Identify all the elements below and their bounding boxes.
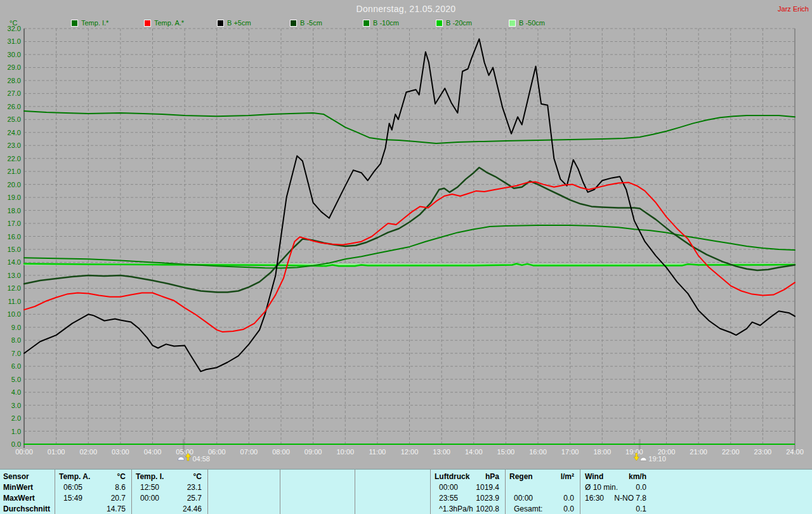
y-tick-label: 12.0 <box>8 284 21 292</box>
x-tick-label: 10:00 <box>336 448 354 456</box>
x-tick-label: 22:00 <box>722 448 740 456</box>
y-tick-label: 24.0 <box>8 129 21 136</box>
sensor-unit: hPa <box>485 472 499 481</box>
y-tick-label: 29.0 <box>8 63 21 71</box>
x-tick-label: 06:00 <box>208 448 226 456</box>
table-column-header <box>280 471 355 482</box>
y-tick-label: 8.0 <box>11 336 21 344</box>
sunrise-time-label: 04:58 <box>192 455 210 463</box>
table-cell: 23:551023.9 <box>431 492 505 503</box>
table-cell <box>280 503 355 514</box>
cell-value: N-NO 7.8 <box>614 494 646 503</box>
stats-column-temp-i: Temp. I.°C12:5023.100:0025.724.46 <box>131 470 207 514</box>
table-row-label: Durchschnitt <box>0 503 55 514</box>
stats-column-regen: Regenl/m²00:000.0Gesamt:0.0 <box>505 470 580 514</box>
x-tick-label: 15:00 <box>497 448 515 456</box>
table-cell: 16:30N-NO 7.8 <box>580 492 646 503</box>
table-cell <box>355 503 430 514</box>
table-cell: 06:058.6 <box>55 482 131 492</box>
y-tick-label: 5.0 <box>11 376 21 383</box>
table-cell: Gesamt:0.0 <box>506 503 580 514</box>
stats-column-empty-3 <box>280 470 355 514</box>
sensor-unit: km/h <box>629 472 646 481</box>
cell-time: 00:00 <box>140 494 159 503</box>
stats-column-temp-a: Temp. A.°C06:058.615:4920.714.75 <box>55 470 131 514</box>
cell-value: 1019.4 <box>476 483 499 492</box>
cell-time: Gesamt: <box>514 504 542 513</box>
x-tick-label: 12:00 <box>401 448 419 456</box>
table-cell <box>280 492 355 503</box>
y-tick-label: 15.0 <box>8 246 21 253</box>
table-cell: 00:001019.4 <box>431 482 505 492</box>
sensor-unit: °C <box>193 472 202 481</box>
y-tick-label: 10.0 <box>8 310 21 318</box>
cell-time: 15:49 <box>63 494 82 503</box>
cell-value: 24.46 <box>183 504 202 513</box>
x-tick-label: 09:00 <box>304 448 322 456</box>
x-tick-label: 04:00 <box>144 448 162 456</box>
cell-time: 16:30 <box>585 494 604 503</box>
sensor-name: Wind <box>585 472 603 481</box>
cell-time: 06:05 <box>63 483 82 492</box>
x-tick-label: 17:00 <box>561 448 579 456</box>
y-tick-label: 2.0 <box>11 414 21 422</box>
x-tick-label: 14:00 <box>465 448 483 456</box>
cell-value: 0.1 <box>636 504 646 513</box>
table-column-header: Regenl/m² <box>506 471 580 482</box>
temperature-chart: 0.01.02.03.04.05.06.07.08.09.010.011.012… <box>0 0 812 468</box>
y-tick-label: 18.0 <box>8 207 21 214</box>
y-tick-label: 7.0 <box>11 350 21 357</box>
stats-column-wind: Windkm/hØ 10 min.0.016:30N-NO 7.80.1 <box>580 470 812 514</box>
y-tick-label: 6.0 <box>11 362 21 370</box>
sensor-name: Regen <box>509 472 533 481</box>
y-tick-label: 13.0 <box>8 272 21 279</box>
y-tick-label: 28.0 <box>8 77 21 84</box>
cell-value: 23.1 <box>187 483 202 492</box>
x-tick-label: 13:00 <box>433 448 450 456</box>
table-row-label: Sensor <box>0 471 55 482</box>
table-cell: 12:5023.1 <box>132 482 207 492</box>
x-tick-label: 24:00 <box>786 448 804 456</box>
table-cell <box>506 482 580 492</box>
y-tick-label: 19.0 <box>8 194 21 201</box>
table-row-label-text: Sensor <box>3 472 29 481</box>
x-tick-label: 19:00 <box>625 448 643 456</box>
sensor-name: Temp. I. <box>136 472 164 481</box>
y-tick-label: 22.0 <box>8 155 21 162</box>
y-tick-label: 27.0 <box>8 89 21 97</box>
table-cell: 00:000.0 <box>506 492 580 503</box>
table-column-header <box>208 471 280 482</box>
stats-column-empty-4 <box>355 470 430 514</box>
y-tick-label: 4.0 <box>11 388 21 396</box>
sensor-name: Luftdruck <box>435 472 469 481</box>
cell-value: 20.7 <box>111 494 126 503</box>
stats-column-empty-2 <box>207 470 280 514</box>
y-tick-label: 1.0 <box>11 428 21 435</box>
table-row-label-text: MaxWert <box>3 494 35 503</box>
cell-time: ^1.3hPa/h <box>439 504 473 513</box>
table-row-label: MinWert <box>0 482 55 492</box>
sunset-time-label: 19:10 <box>648 455 666 463</box>
table-column-header: Temp. A.°C <box>55 471 131 482</box>
table-cell <box>208 503 280 514</box>
cell-time: 12:50 <box>140 483 159 492</box>
x-tick-label: 03:00 <box>112 448 129 456</box>
y-tick-label: 16.0 <box>8 233 21 241</box>
table-cell <box>355 482 430 492</box>
x-tick-label: 00:00 <box>15 448 33 456</box>
table-cell <box>355 492 430 503</box>
y-tick-label: 11.0 <box>8 298 21 305</box>
cell-time: Ø 10 min. <box>585 483 618 492</box>
cell-value: 14.75 <box>107 504 126 513</box>
y-tick-label: 23.0 <box>8 142 21 149</box>
stats-column-luftdruck: LuftdruckhPa00:001019.423:551023.9^1.3hP… <box>430 470 505 514</box>
table-cell: 24.46 <box>132 503 207 514</box>
x-tick-label: 16:00 <box>529 448 547 456</box>
table-cell: ^1.3hPa/h1020.8 <box>431 503 505 514</box>
cell-value: 0.0 <box>563 504 574 513</box>
y-tick-label: 26.0 <box>8 103 21 110</box>
cell-value: 1020.8 <box>476 504 499 513</box>
y-tick-label: 14.0 <box>8 258 21 266</box>
x-tick-label: 08:00 <box>272 448 290 456</box>
y-tick-label: 3.0 <box>11 402 21 409</box>
